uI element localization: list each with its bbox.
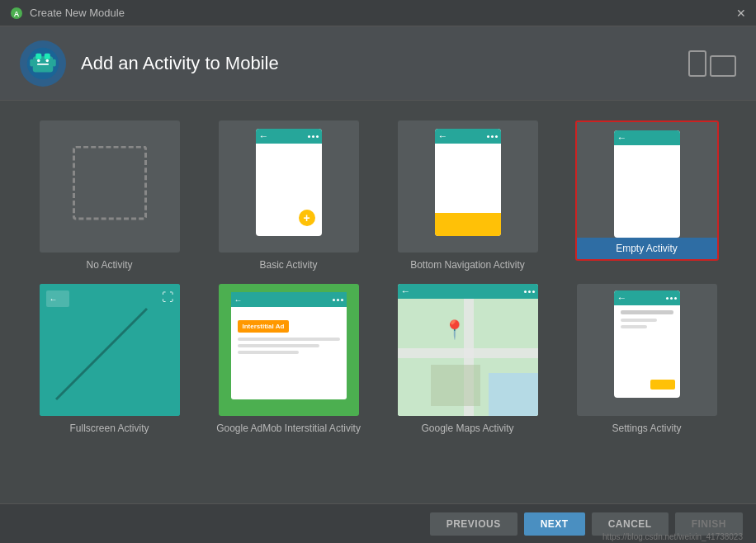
- card-visual-basic: ← +: [219, 120, 359, 253]
- card-visual-settings: ←: [577, 284, 717, 416]
- card-visual-bottom-nav: ←: [398, 120, 538, 253]
- label-no-activity: No Activity: [86, 259, 132, 271]
- interstitial-badge: Interstitial Ad: [238, 320, 290, 333]
- label-bottom-nav: Bottom Navigation Activity: [410, 259, 525, 271]
- svg-text:A: A: [14, 10, 20, 18]
- selected-label: Empty Activity: [577, 238, 717, 259]
- card-visual-interstitial: ← Interstitial Ad: [219, 284, 359, 416]
- android-icon: [26, 46, 60, 81]
- svg-rect-8: [37, 64, 49, 65]
- svg-point-6: [37, 59, 40, 62]
- card-bottom-nav[interactable]: ← Bottom Navigation Activity: [385, 120, 550, 271]
- svg-rect-16: [431, 365, 480, 406]
- map-pin: 📍: [443, 319, 465, 341]
- card-interstitial[interactable]: ← Interstitial Ad Google AdMob Interstit…: [206, 284, 371, 434]
- svg-rect-4: [35, 53, 41, 59]
- settings-action-btn: [650, 380, 675, 390]
- interstitial-paper: ← Interstitial Ad: [231, 292, 347, 399]
- svg-point-7: [46, 59, 50, 62]
- phone-mockup-empty: ←: [614, 130, 680, 238]
- phone-mockup-basic: ← +: [256, 129, 322, 236]
- card-maps[interactable]: ← 📍: [385, 284, 550, 434]
- device-icons: [688, 50, 736, 77]
- header-title: Add an Activity to Mobile: [81, 53, 279, 74]
- dashed-box: [73, 146, 147, 220]
- card-basic-activity[interactable]: ← + Basic Activity: [206, 120, 371, 271]
- activity-grid: No Activity ← + Basic Activity: [26, 120, 730, 434]
- label-interstitial: Google AdMob Interstitial Activity: [216, 423, 361, 434]
- label-fullscreen: Fullscreen Activity: [69, 423, 149, 434]
- svg-rect-5: [45, 53, 50, 59]
- svg-rect-9: [30, 59, 33, 66]
- card-visual-no-activity: [40, 120, 180, 253]
- phone-icon: [688, 50, 706, 77]
- phone-mockup-settings: ←: [614, 290, 680, 398]
- footer-url: https://blog.csdn.net/weixin_41738023: [602, 532, 743, 541]
- card-visual-maps: ← 📍: [398, 284, 538, 416]
- label-basic-activity: Basic Activity: [259, 259, 317, 271]
- label-settings: Settings Activity: [612, 423, 681, 434]
- next-button[interactable]: NEXT: [524, 512, 585, 536]
- title-bar: A Create New Module ✕: [0, 0, 756, 26]
- back-btn-fullscreen: ←: [46, 290, 69, 307]
- tablet-icon: [710, 55, 736, 77]
- expand-icon: ⛶: [162, 290, 173, 304]
- title-text: Create New Module: [30, 7, 125, 19]
- footer: PREVIOUS NEXT CANCEL FINISH https://blog…: [0, 503, 756, 543]
- previous-button[interactable]: PREVIOUS: [430, 512, 517, 536]
- card-no-activity[interactable]: No Activity: [26, 120, 192, 271]
- android-studio-icon: A: [10, 7, 23, 20]
- card-settings[interactable]: ← Settings Activity: [564, 284, 730, 434]
- header-icon: [20, 40, 66, 87]
- card-fullscreen[interactable]: ← ⛶ Fullscreen Activity: [26, 284, 192, 434]
- selected-wrapper: ← Empty Activity: [575, 120, 719, 261]
- card-visual-empty: ←: [577, 122, 717, 238]
- card-empty-activity[interactable]: ← Empty Activity: [564, 120, 730, 271]
- main-content: No Activity ← + Basic Activity: [0, 101, 756, 503]
- card-visual-fullscreen: ← ⛶: [40, 284, 180, 416]
- label-maps: Google Maps Activity: [421, 423, 513, 434]
- close-button[interactable]: ✕: [736, 7, 746, 19]
- svg-rect-17: [489, 373, 538, 416]
- svg-rect-10: [52, 59, 55, 66]
- header: Add an Activity to Mobile: [0, 26, 756, 101]
- settings-content: [614, 305, 680, 337]
- phone-mockup-bottom: ←: [435, 129, 501, 236]
